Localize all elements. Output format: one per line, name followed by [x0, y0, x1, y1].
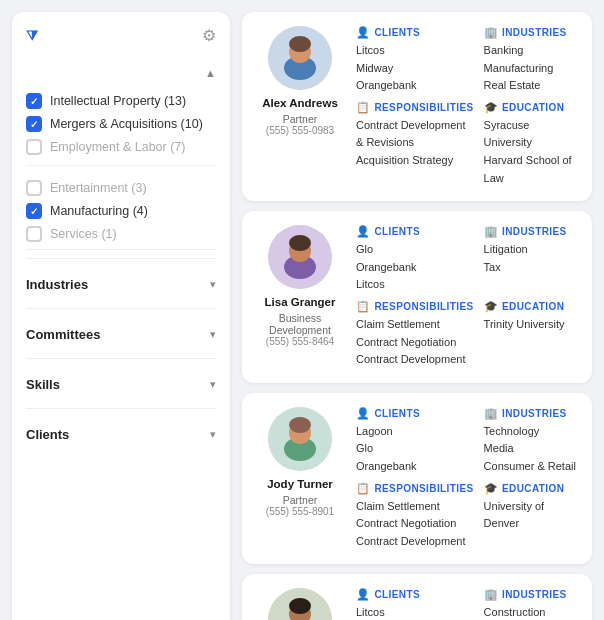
avatar-0: [268, 26, 332, 90]
card-left-0: Alex Andrews Partner (555) 555-0983: [256, 26, 344, 187]
industries-label-2: INDUSTRIES: [502, 408, 567, 419]
responsibilities-icon-2: 📋: [356, 482, 370, 495]
filter-item-ip: Intellectual Property (13): [26, 93, 216, 109]
person-name-1: Lisa Granger: [265, 295, 336, 310]
education-title-1: 🎓 EDUCATION: [484, 300, 578, 313]
card-right-3: 👤 CLIENTS LitcosMidwaySuprema 🏢 INDUSTRI…: [356, 588, 578, 620]
checkbox-el[interactable]: [26, 139, 42, 155]
checkbox-ent[interactable]: [26, 180, 42, 196]
clients-section: Clients ▾: [26, 408, 216, 458]
person-title-2: Partner: [283, 494, 317, 506]
responsibilities-icon-1: 📋: [356, 300, 370, 313]
filter-item-el-label: Employment & Labor (7): [50, 140, 185, 154]
responsibilities-items-2: Claim SettlementContract NegotiationCont…: [356, 498, 474, 551]
clients-title-2: 👤 CLIENTS: [356, 407, 474, 420]
industries-header[interactable]: Industries ▾: [26, 269, 216, 298]
skills-chevron: ▾: [210, 378, 216, 391]
responsibilities-col-0: 📋 RESPONSIBILITIES Contract Development …: [356, 101, 474, 187]
avatar-2: [268, 407, 332, 471]
industries-icon-1: 🏢: [484, 225, 498, 238]
checkbox-ip[interactable]: [26, 93, 42, 109]
card-right-2: 👤 CLIENTS LagoonGloOrangebank 🏢 INDUSTRI…: [356, 407, 578, 551]
clients-label: Clients: [26, 427, 69, 442]
clients-header[interactable]: Clients ▾: [26, 419, 216, 448]
person-card-3: Alex Andrews Associate (555) 555-7498 👤 …: [242, 574, 592, 620]
responsibilities-label-0: RESPONSIBILITIES: [374, 102, 473, 113]
industries-col-1: 🏢 INDUSTRIES LitigationTax: [484, 225, 578, 294]
clients-items-0: LitcosMidwayOrangebank: [356, 42, 474, 95]
filter-item-ent: Entertainment (3): [26, 180, 216, 196]
skills-label: Skills: [26, 377, 60, 392]
clients-col-1: 👤 CLIENTS GloOrangebankLitcos: [356, 225, 474, 294]
filter-panel: ⧩ ⚙ ▲ Intellectual Property (13) Mergers…: [12, 12, 230, 620]
industries-items-2: TechnologyMediaConsumer & Retail: [484, 423, 578, 476]
skills-section: Skills ▾: [26, 358, 216, 408]
industries-chevron: ▾: [210, 278, 216, 291]
clients-items-1: GloOrangebankLitcos: [356, 241, 474, 294]
filter-icon: ⧩: [26, 27, 38, 44]
clients-title-1: 👤 CLIENTS: [356, 225, 474, 238]
card-right-0: 👤 CLIENTS LitcosMidwayOrangebank 🏢 INDUS…: [356, 26, 578, 187]
clients-title-3: 👤 CLIENTS: [356, 588, 474, 601]
filter-item-ent-label: Entertainment (3): [50, 181, 147, 195]
education-title-0: 🎓 EDUCATION: [484, 101, 578, 114]
industries-col-0: 🏢 INDUSTRIES BankingManufacturingReal Es…: [484, 26, 578, 95]
clients-label-2: CLIENTS: [374, 408, 420, 419]
clients-icon-2: 👤: [356, 407, 370, 420]
clients-label-0: CLIENTS: [374, 27, 420, 38]
clients-col-0: 👤 CLIENTS LitcosMidwayOrangebank: [356, 26, 474, 95]
education-items-1: Trinity University: [484, 316, 578, 334]
education-label-0: EDUCATION: [502, 102, 564, 113]
responsibilities-title-2: 📋 RESPONSIBILITIES: [356, 482, 474, 495]
industries-icon-3: 🏢: [484, 588, 498, 601]
committees-label: Committees: [26, 327, 100, 342]
person-title-1: Business Development: [256, 312, 344, 336]
person-phone-1: (555) 555-8464: [266, 336, 334, 347]
committees-header[interactable]: Committees ▾: [26, 319, 216, 348]
svg-point-3: [289, 36, 311, 52]
person-phone-0: (555) 555-0983: [266, 125, 334, 136]
committees-section: Committees ▾: [26, 308, 216, 358]
responsibilities-title-0: 📋 RESPONSIBILITIES: [356, 101, 474, 114]
education-icon-2: 🎓: [484, 482, 498, 495]
avatar-1: [268, 225, 332, 289]
industries-title-0: 🏢 INDUSTRIES: [484, 26, 578, 39]
filter-item-mfg: Manufacturing (4): [26, 203, 216, 219]
clients-label-1: CLIENTS: [374, 226, 420, 237]
gear-icon[interactable]: ⚙: [202, 26, 216, 45]
clients-label-3: CLIENTS: [374, 589, 420, 600]
responsibilities-section: Entertainment (3) Manufacturing (4) Serv…: [26, 165, 216, 242]
responsibilities-col-1: 📋 RESPONSIBILITIES Claim SettlementContr…: [356, 300, 474, 369]
industries-col-2: 🏢 INDUSTRIES TechnologyMediaConsumer & R…: [484, 407, 578, 476]
person-card-1: Lisa Granger Business Development (555) …: [242, 211, 592, 383]
industries-col-3: 🏢 INDUSTRIES ConstructionDefenseAutomoti…: [484, 588, 578, 620]
education-items-2: University of Denver: [484, 498, 578, 533]
clients-icon-0: 👤: [356, 26, 370, 39]
clients-icon-3: 👤: [356, 588, 370, 601]
filter-item-ma: Mergers & Acquisitions (10): [26, 116, 216, 132]
industries-items-3: ConstructionDefenseAutomotive: [484, 604, 578, 620]
person-phone-2: (555) 555-8901: [266, 506, 334, 517]
results-panel: Alex Andrews Partner (555) 555-0983 👤 CL…: [242, 12, 592, 620]
clients-items-2: LagoonGloOrangebank: [356, 423, 474, 476]
education-icon-0: 🎓: [484, 101, 498, 114]
svg-point-7: [289, 235, 311, 251]
person-name-0: Alex Andrews: [262, 96, 338, 111]
filter-title: ⧩: [26, 27, 44, 44]
industries-icon-2: 🏢: [484, 407, 498, 420]
industries-label-3: INDUSTRIES: [502, 589, 567, 600]
about-chevron: ▲: [205, 67, 216, 79]
svg-point-11: [289, 417, 311, 433]
filter-item-svc-label: Services (1): [50, 227, 117, 241]
checkbox-mfg[interactable]: [26, 203, 42, 219]
checkbox-svc[interactable]: [26, 226, 42, 242]
card-left-1: Lisa Granger Business Development (555) …: [256, 225, 344, 369]
about-section-header[interactable]: ▲: [26, 59, 216, 85]
skills-header[interactable]: Skills ▾: [26, 369, 216, 398]
checkbox-ma[interactable]: [26, 116, 42, 132]
education-col-2: 🎓 EDUCATION University of Denver: [484, 482, 578, 551]
card-left-2: Jody Turner Partner (555) 555-8901: [256, 407, 344, 551]
industries-icon-0: 🏢: [484, 26, 498, 39]
clients-icon-1: 👤: [356, 225, 370, 238]
filter-item-ip-label: Intellectual Property (13): [50, 94, 186, 108]
